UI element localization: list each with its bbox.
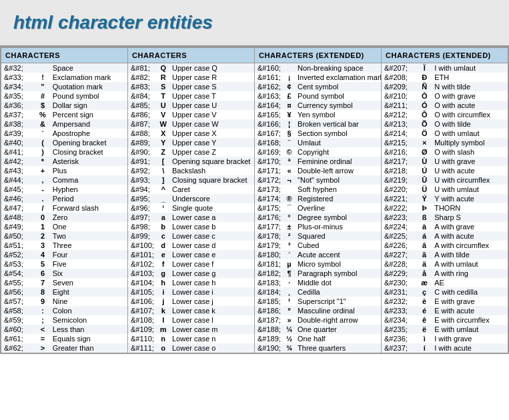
char-symbol: k: [157, 306, 169, 315]
char-name: I with umlaut: [432, 63, 508, 73]
char-name: Lower case i: [169, 287, 254, 297]
char-name: O with umlaut: [432, 129, 508, 138]
char-symbol: h: [157, 278, 169, 287]
char-name: Closing square bracket: [169, 175, 254, 185]
char-symbol: U: [157, 101, 169, 110]
table-row: &#86;VUpper case V: [128, 110, 254, 119]
char-symbol: Û: [417, 175, 432, 185]
table-row: &#162;¢Cent symbol: [255, 82, 382, 91]
table-row: &#234;êE with circumflex: [382, 315, 508, 325]
char-code: &#95;: [128, 194, 157, 203]
char-name: Masculine ordinal: [295, 306, 382, 315]
char-code: &#166;: [255, 119, 284, 129]
char-name: One: [50, 222, 127, 231]
char-name: Less than: [50, 325, 127, 334]
char-code: &#46;: [1, 194, 35, 203]
char-symbol: °: [284, 213, 295, 222]
char-code: &#163;: [255, 91, 284, 101]
char-name: Degree symbol: [295, 213, 382, 222]
char-name: Equals sign: [50, 334, 127, 343]
char-name: AE: [432, 278, 508, 287]
char-name: Lower case g: [169, 269, 254, 278]
char-symbol: b: [157, 222, 169, 231]
char-symbol: ¨: [284, 138, 295, 147]
char-symbol: o: [157, 343, 169, 353]
table-row: &#84;TUpper case T: [128, 91, 254, 101]
char-name: Upper case Y: [169, 138, 254, 147]
char-code: &#161;: [255, 73, 284, 82]
char-symbol: %: [35, 110, 50, 119]
char-code: &#108;: [128, 315, 157, 325]
char-code: &#86;: [128, 110, 157, 119]
char-code: &#189;: [255, 334, 284, 343]
table-row: &#170;ªFeminine ordinal: [255, 157, 382, 166]
char-symbol: [35, 63, 50, 73]
char-code: &#211;: [382, 101, 417, 110]
char-code: &#56;: [1, 287, 35, 297]
table-row: &#55;7Seven: [1, 278, 127, 287]
char-name: Three quarters: [295, 343, 382, 353]
char-symbol: ³: [284, 241, 295, 250]
char-symbol: Ü: [417, 185, 432, 194]
char-symbol: ¹: [284, 297, 295, 306]
char-name: Upper case S: [169, 82, 254, 91]
table-row: &#224;àA with grave: [382, 222, 508, 231]
char-name: Feminine ordinal: [295, 157, 382, 166]
char-code: &#175;: [255, 203, 284, 213]
char-name: E with grave: [432, 297, 508, 306]
char-name: Middle dot: [295, 278, 382, 287]
table-row: &#225;áA with acute: [382, 231, 508, 241]
char-code: &#84;: [128, 91, 157, 101]
table-row: &#166;¦Broken vertical bar: [255, 119, 382, 129]
char-code: &#160;: [255, 63, 284, 73]
char-symbol: Ï: [417, 63, 432, 73]
char-symbol: á: [417, 231, 432, 241]
char-code: &#102;: [128, 259, 157, 269]
char-name: Pound symbol: [50, 91, 127, 101]
char-symbol: *: [35, 157, 50, 166]
char-code: &#169;: [255, 147, 284, 157]
char-symbol: R: [157, 73, 169, 82]
char-symbol: 4: [35, 250, 50, 259]
char-name: Lower case d: [169, 241, 254, 250]
table-row: &#91;[Opening square bracket: [128, 157, 254, 166]
table-row: &#164;¤Currency symbol: [255, 101, 382, 110]
char-code: &#208;: [382, 73, 417, 82]
char-symbol: ë: [417, 325, 432, 334]
char-name: "Not" symbol: [295, 175, 382, 185]
char-name: Forward slash: [50, 203, 127, 213]
char-symbol: 6: [35, 269, 50, 278]
table-row: &#165;¥Yen symbol: [255, 110, 382, 119]
char-code: &#232;: [382, 297, 417, 306]
char-symbol: é: [417, 306, 432, 315]
char-name: A with acute: [432, 231, 508, 241]
table-row: &#43;+Plus: [1, 166, 127, 175]
char-name: Asterisk: [50, 157, 127, 166]
char-code: &#234;: [382, 315, 417, 325]
table-row: &#110;nLower case n: [128, 334, 254, 343]
char-code: &#178;: [255, 231, 284, 241]
char-symbol: ]: [157, 175, 169, 185]
char-code: &#220;: [382, 185, 417, 194]
column-header-3: CHARACTERS (EXTENDED): [382, 48, 508, 63]
char-code: &#176;: [255, 213, 284, 222]
char-symbol: i: [157, 287, 169, 297]
table-row: &#237;íI with acute: [382, 343, 508, 353]
table-row: &#215;×Multiply symbol: [382, 138, 508, 147]
char-symbol: ¤: [284, 101, 295, 110]
char-code: &#213;: [382, 119, 417, 129]
char-symbol: ·: [284, 278, 295, 287]
char-name: Hyphen: [50, 185, 127, 194]
table-row: &#207;ÏI with umlaut: [382, 63, 508, 73]
char-code: &#104;: [128, 278, 157, 287]
char-name: E with circumflex: [432, 315, 508, 325]
column-0: CHARACTERS&#32; Space&#33;!Exclamation m…: [1, 48, 128, 353]
char-symbol: ì: [417, 334, 432, 343]
char-code: &#38;: [1, 119, 35, 129]
table-row: &#97;aLower case a: [128, 213, 254, 222]
char-code: &#32;: [1, 63, 35, 73]
char-symbol: !: [35, 73, 50, 82]
table-row: &#173;­Soft hyphen: [255, 185, 382, 194]
char-name: Zero: [50, 213, 127, 222]
char-code: &#48;: [1, 213, 35, 222]
